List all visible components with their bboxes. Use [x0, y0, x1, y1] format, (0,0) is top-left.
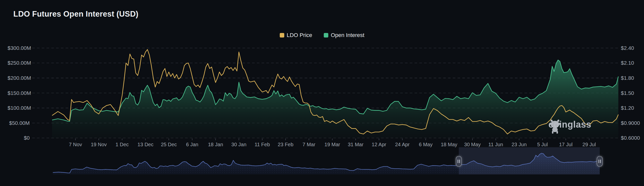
coinglass-bull-icon: [548, 119, 561, 134]
y-axis-left-label: $150.00M: [8, 90, 30, 96]
handle-grip-icon: [599, 160, 599, 163]
legend-label: Open Interest: [331, 32, 364, 39]
ldo-price-swatch-icon: [280, 33, 284, 38]
y-axis-left-label: $200.00M: [8, 75, 30, 81]
x-axis-label: 31 Mar: [348, 142, 364, 147]
legend-label: LDO Price: [287, 32, 312, 39]
navigator-handle-left[interactable]: [456, 156, 462, 166]
y-axis-left-label: $250.00M: [8, 60, 30, 66]
legend-item-open-interest[interactable]: Open Interest: [324, 32, 364, 39]
x-axis-label: 12 Apr: [372, 142, 386, 147]
handle-pill[interactable]: [456, 156, 462, 166]
y-axis-right-label: $1.80: [621, 75, 634, 81]
x-axis-label: 1 Dec: [115, 142, 129, 147]
x-axis-label: 17 Jul: [559, 142, 572, 147]
x-axis-label: 7 Mar: [303, 142, 315, 147]
x-axis-label: 30 May: [464, 142, 481, 147]
x-axis-label: 13 Dec: [138, 142, 153, 147]
watermark: coinglass: [548, 119, 591, 130]
handle-pill[interactable]: [597, 156, 602, 166]
x-axis-label: 25 Dec: [161, 142, 177, 147]
y-axis-left-label: $300.00M: [8, 45, 30, 51]
y-axis-left-label: $0: [8, 135, 30, 141]
x-axis-label: 19 Nov: [91, 142, 107, 147]
handle-grip-icon: [458, 160, 458, 163]
chart-canvas[interactable]: [0, 0, 644, 186]
x-axis-label: 19 Mar: [325, 142, 340, 147]
legend: LDO Price Open Interest: [0, 32, 644, 39]
legend-item-ldo-price[interactable]: LDO Price: [280, 32, 312, 39]
x-axis-label: 23 Jun: [511, 142, 527, 147]
x-axis-ticks: [75, 138, 589, 140]
y-axis-right-label: $0.6000: [621, 135, 640, 141]
x-axis-label: 11 Jun: [488, 142, 503, 147]
x-axis-label: 29 Jul: [582, 142, 596, 147]
x-axis-label: 11 Feb: [255, 142, 270, 147]
y-axis-left-label: $50.00M: [8, 120, 30, 126]
chart-page: LDO Futures Open Interest (USD) LDO Pric…: [0, 0, 644, 186]
page-title: LDO Futures Open Interest (USD): [13, 10, 138, 19]
navigator-handle-right[interactable]: [597, 156, 602, 166]
open-interest-area: [52, 60, 618, 138]
open-interest-swatch-icon: [324, 33, 328, 38]
y-axis-right-label: $0.9000: [621, 120, 640, 126]
x-axis-label: 18 Jan: [208, 142, 223, 147]
navigator-selected-range[interactable]: [459, 147, 600, 174]
y-axis-right-label: $2.40: [621, 45, 634, 51]
x-axis-label: 30 Jan: [231, 142, 247, 147]
handle-grip-icon: [459, 160, 460, 163]
x-axis-label: 7 Nov: [69, 142, 82, 147]
x-axis-label: 24 Apr: [395, 142, 410, 147]
x-axis-label: 18 May: [441, 142, 457, 147]
y-axis-right-label: $1.20: [621, 105, 634, 111]
handle-grip-icon: [600, 160, 601, 163]
x-axis-label: 6 Jan: [186, 142, 198, 147]
x-axis-label: 23 Feb: [278, 142, 293, 147]
y-axis-right-label: $2.10: [621, 60, 634, 66]
navigator[interactable]: [53, 147, 602, 174]
open-interest-series: [52, 60, 618, 138]
y-axis-right-label: $1.50: [621, 90, 634, 96]
x-axis-label: 6 May: [419, 142, 432, 147]
y-axis-left-label: $100.00M: [8, 105, 30, 111]
x-axis-label: 5 Jul: [537, 142, 548, 147]
